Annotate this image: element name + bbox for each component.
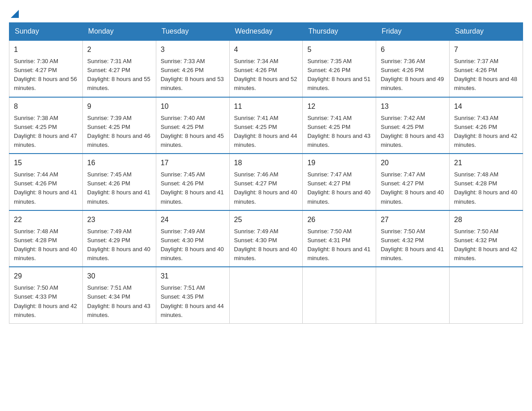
calendar-cell: 11 Sunrise: 7:41 AMSunset: 4:25 PMDaylig…	[229, 97, 303, 154]
weekday-monday: Monday	[82, 23, 156, 41]
day-info: Sunrise: 7:49 AMSunset: 4:30 PMDaylight:…	[161, 228, 224, 261]
calendar-cell: 1 Sunrise: 7:30 AMSunset: 4:27 PMDayligh…	[9, 40, 83, 97]
day-number: 10	[161, 101, 225, 112]
day-number: 22	[14, 214, 78, 225]
day-info: Sunrise: 7:47 AMSunset: 4:27 PMDaylight:…	[307, 171, 370, 205]
day-number: 17	[161, 158, 225, 168]
day-info: Sunrise: 7:34 AMSunset: 4:26 PMDaylight:…	[234, 58, 297, 91]
calendar-cell	[303, 267, 376, 323]
day-info: Sunrise: 7:47 AMSunset: 4:27 PMDaylight:…	[381, 171, 444, 205]
weekday-thursday: Thursday	[303, 23, 376, 41]
calendar-cell: 18 Sunrise: 7:46 AMSunset: 4:27 PMDaylig…	[229, 154, 303, 210]
weekday-tuesday: Tuesday	[156, 23, 229, 41]
weekday-saturday: Saturday	[450, 23, 523, 41]
weekday-wednesday: Wednesday	[229, 23, 303, 41]
day-number: 14	[454, 101, 518, 112]
day-info: Sunrise: 7:41 AMSunset: 4:25 PMDaylight:…	[307, 115, 370, 148]
day-number: 5	[307, 44, 371, 55]
day-info: Sunrise: 7:36 AMSunset: 4:26 PMDaylight:…	[381, 58, 444, 91]
day-number: 6	[381, 44, 445, 55]
calendar-cell: 22 Sunrise: 7:48 AMSunset: 4:28 PMDaylig…	[9, 210, 83, 267]
calendar-cell: 21 Sunrise: 7:48 AMSunset: 4:28 PMDaylig…	[450, 154, 523, 210]
day-info: Sunrise: 7:48 AMSunset: 4:28 PMDaylight:…	[454, 171, 517, 205]
day-info: Sunrise: 7:49 AMSunset: 4:30 PMDaylight:…	[234, 228, 297, 261]
day-info: Sunrise: 7:50 AMSunset: 4:31 PMDaylight:…	[307, 228, 370, 261]
day-info: Sunrise: 7:41 AMSunset: 4:25 PMDaylight:…	[234, 115, 297, 148]
day-number: 26	[307, 214, 371, 225]
day-info: Sunrise: 7:35 AMSunset: 4:26 PMDaylight:…	[307, 58, 370, 91]
day-number: 20	[381, 158, 445, 168]
day-number: 7	[454, 44, 518, 55]
day-number: 21	[454, 158, 518, 168]
calendar-cell: 31 Sunrise: 7:51 AMSunset: 4:35 PMDaylig…	[156, 267, 229, 323]
day-number: 19	[307, 158, 371, 168]
calendar-cell	[376, 267, 450, 323]
calendar-cell: 2 Sunrise: 7:31 AMSunset: 4:27 PMDayligh…	[82, 40, 156, 97]
day-info: Sunrise: 7:50 AMSunset: 4:32 PMDaylight:…	[381, 228, 444, 261]
logo-triangle-icon	[10, 9, 20, 19]
calendar-cell: 4 Sunrise: 7:34 AMSunset: 4:26 PMDayligh…	[229, 40, 303, 97]
day-number: 24	[161, 214, 225, 225]
logo	[9, 9, 20, 18]
day-info: Sunrise: 7:45 AMSunset: 4:26 PMDaylight:…	[161, 171, 224, 205]
day-number: 9	[87, 101, 151, 112]
calendar-cell: 16 Sunrise: 7:45 AMSunset: 4:26 PMDaylig…	[82, 154, 156, 210]
calendar-body: 1 Sunrise: 7:30 AMSunset: 4:27 PMDayligh…	[9, 40, 523, 323]
day-number: 16	[87, 158, 151, 168]
calendar-header: Sunday Monday Tuesday Wednesday Thursday…	[9, 23, 523, 41]
calendar-cell: 20 Sunrise: 7:47 AMSunset: 4:27 PMDaylig…	[376, 154, 450, 210]
day-info: Sunrise: 7:50 AMSunset: 4:33 PMDaylight:…	[14, 284, 77, 318]
day-info: Sunrise: 7:44 AMSunset: 4:26 PMDaylight:…	[14, 171, 77, 205]
calendar-cell	[450, 267, 523, 323]
calendar-cell: 15 Sunrise: 7:44 AMSunset: 4:26 PMDaylig…	[9, 154, 83, 210]
day-info: Sunrise: 7:49 AMSunset: 4:29 PMDaylight:…	[87, 228, 150, 261]
day-info: Sunrise: 7:51 AMSunset: 4:35 PMDaylight:…	[161, 284, 224, 318]
day-info: Sunrise: 7:30 AMSunset: 4:27 PMDaylight:…	[14, 58, 77, 91]
calendar-cell: 8 Sunrise: 7:38 AMSunset: 4:25 PMDayligh…	[9, 97, 83, 154]
calendar-cell: 3 Sunrise: 7:33 AMSunset: 4:26 PMDayligh…	[156, 40, 229, 97]
day-number: 4	[234, 44, 298, 55]
day-number: 18	[234, 158, 298, 168]
page-header	[9, 9, 523, 18]
day-number: 12	[307, 101, 371, 112]
weekday-friday: Friday	[376, 23, 450, 41]
day-info: Sunrise: 7:31 AMSunset: 4:27 PMDaylight:…	[87, 58, 150, 91]
calendar-cell: 13 Sunrise: 7:42 AMSunset: 4:25 PMDaylig…	[376, 97, 450, 154]
day-info: Sunrise: 7:50 AMSunset: 4:32 PMDaylight:…	[454, 228, 517, 261]
calendar-cell: 29 Sunrise: 7:50 AMSunset: 4:33 PMDaylig…	[9, 267, 83, 323]
day-number: 8	[14, 101, 78, 112]
day-number: 3	[161, 44, 225, 55]
day-number: 29	[14, 271, 78, 282]
calendar-cell: 10 Sunrise: 7:40 AMSunset: 4:25 PMDaylig…	[156, 97, 229, 154]
calendar-cell: 17 Sunrise: 7:45 AMSunset: 4:26 PMDaylig…	[156, 154, 229, 210]
day-number: 1	[14, 44, 78, 55]
calendar-cell: 7 Sunrise: 7:37 AMSunset: 4:26 PMDayligh…	[450, 40, 523, 97]
day-info: Sunrise: 7:45 AMSunset: 4:26 PMDaylight:…	[87, 171, 150, 205]
calendar-cell: 28 Sunrise: 7:50 AMSunset: 4:32 PMDaylig…	[450, 210, 523, 267]
day-info: Sunrise: 7:51 AMSunset: 4:34 PMDaylight:…	[87, 284, 150, 318]
calendar-cell: 12 Sunrise: 7:41 AMSunset: 4:25 PMDaylig…	[303, 97, 376, 154]
calendar-cell: 19 Sunrise: 7:47 AMSunset: 4:27 PMDaylig…	[303, 154, 376, 210]
day-info: Sunrise: 7:48 AMSunset: 4:28 PMDaylight:…	[14, 228, 77, 261]
day-number: 27	[381, 214, 445, 225]
day-info: Sunrise: 7:42 AMSunset: 4:25 PMDaylight:…	[381, 115, 444, 148]
calendar-cell: 24 Sunrise: 7:49 AMSunset: 4:30 PMDaylig…	[156, 210, 229, 267]
day-number: 2	[87, 44, 151, 55]
calendar-cell: 30 Sunrise: 7:51 AMSunset: 4:34 PMDaylig…	[82, 267, 156, 323]
calendar-cell: 6 Sunrise: 7:36 AMSunset: 4:26 PMDayligh…	[376, 40, 450, 97]
calendar-cell	[229, 267, 303, 323]
day-info: Sunrise: 7:39 AMSunset: 4:25 PMDaylight:…	[87, 115, 150, 148]
calendar-cell: 23 Sunrise: 7:49 AMSunset: 4:29 PMDaylig…	[82, 210, 156, 267]
day-number: 15	[14, 158, 78, 168]
calendar-cell: 14 Sunrise: 7:43 AMSunset: 4:26 PMDaylig…	[450, 97, 523, 154]
calendar-cell: 25 Sunrise: 7:49 AMSunset: 4:30 PMDaylig…	[229, 210, 303, 267]
svg-marker-0	[11, 10, 19, 18]
day-number: 31	[161, 271, 225, 282]
calendar-cell: 26 Sunrise: 7:50 AMSunset: 4:31 PMDaylig…	[303, 210, 376, 267]
day-info: Sunrise: 7:37 AMSunset: 4:26 PMDaylight:…	[454, 58, 517, 91]
day-number: 23	[87, 214, 151, 225]
calendar-cell: 27 Sunrise: 7:50 AMSunset: 4:32 PMDaylig…	[376, 210, 450, 267]
day-info: Sunrise: 7:38 AMSunset: 4:25 PMDaylight:…	[14, 115, 77, 148]
day-info: Sunrise: 7:43 AMSunset: 4:26 PMDaylight:…	[454, 115, 517, 148]
calendar-cell: 9 Sunrise: 7:39 AMSunset: 4:25 PMDayligh…	[82, 97, 156, 154]
